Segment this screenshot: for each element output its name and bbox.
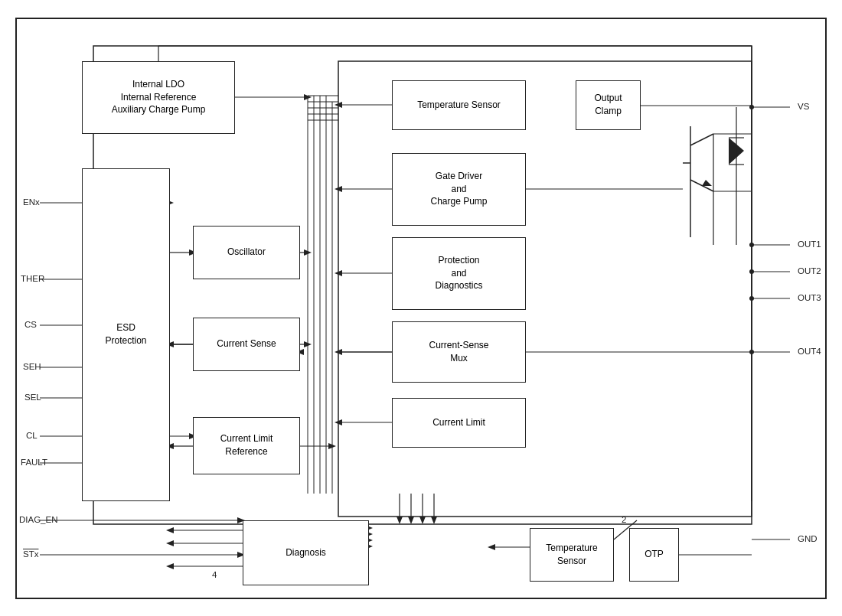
oscillator-block: Oscillator xyxy=(193,226,300,279)
temperature-sensor-top-label: Temperature Sensor xyxy=(417,99,501,112)
pin-cl-label: CL xyxy=(26,431,38,440)
svg-marker-69 xyxy=(488,544,495,550)
gate-driver-label: Gate DriverandCharge Pump xyxy=(430,170,487,208)
esd-protection-label: ESDProtection xyxy=(105,321,146,347)
svg-line-87 xyxy=(690,134,713,145)
pin-fault-label: FAULT xyxy=(21,458,47,467)
temperature-sensor-bottom-block: TemperatureSensor xyxy=(530,528,614,582)
svg-marker-45 xyxy=(328,443,336,449)
temperature-sensor-top-block: Temperature Sensor xyxy=(392,80,526,130)
internal-ldo-block: Internal LDOInternal ReferenceAuxiliary … xyxy=(82,61,235,134)
svg-point-80 xyxy=(749,296,754,301)
svg-marker-13 xyxy=(304,94,312,100)
current-sense-label: Current Sense xyxy=(217,337,276,350)
svg-marker-105 xyxy=(335,270,342,276)
pin-diag-en-label: DIAG_EN xyxy=(19,515,58,524)
diagnosis-label: Diagnosis xyxy=(286,546,326,559)
svg-marker-39 xyxy=(304,341,312,347)
num2-label: 2 xyxy=(622,515,626,524)
pin-enx-label: ENx xyxy=(23,197,40,207)
svg-marker-101 xyxy=(335,102,342,108)
svg-marker-60 xyxy=(397,517,403,524)
otp-label: OTP xyxy=(645,548,664,561)
current-limit-block: Current Limit xyxy=(392,398,526,448)
svg-marker-33 xyxy=(166,563,174,569)
current-sense-block: Current Sense xyxy=(193,318,300,371)
gate-driver-block: Gate DriverandCharge Pump xyxy=(392,153,526,226)
diagram-container: Internal LDOInternal ReferenceAuxiliary … xyxy=(15,18,827,599)
output-clamp-label: OutputClamp xyxy=(594,92,622,118)
oscillator-label: Oscillator xyxy=(227,246,266,259)
svg-point-74 xyxy=(749,105,754,109)
pin-out2-label: OUT2 xyxy=(798,266,821,275)
internal-ldo-label: Internal LDOInternal ReferenceAuxiliary … xyxy=(112,78,206,116)
pin-ther-label: THER xyxy=(21,274,44,283)
esd-protection-block: ESDProtection xyxy=(82,168,170,501)
current-limit-label: Current Limit xyxy=(432,416,485,429)
svg-point-78 xyxy=(749,269,754,274)
svg-point-82 xyxy=(749,350,754,354)
output-clamp-block: OutputClamp xyxy=(576,80,641,130)
svg-marker-63 xyxy=(431,517,437,524)
otp-block: OTP xyxy=(629,528,679,582)
svg-marker-65 xyxy=(166,527,174,533)
pin-stx-label: STx xyxy=(23,549,38,559)
svg-point-76 xyxy=(749,243,754,247)
pin-cs-label: CS xyxy=(24,320,37,329)
protection-diagnostics-label: ProtectionandDiagnostics xyxy=(435,254,482,292)
svg-marker-103 xyxy=(335,186,342,192)
protection-diagnostics-block: ProtectionandDiagnostics xyxy=(392,237,526,310)
diagnosis-block: Diagnosis xyxy=(243,520,369,585)
svg-line-88 xyxy=(690,180,713,191)
svg-marker-67 xyxy=(166,540,174,546)
temperature-sensor-bottom-label: TemperatureSensor xyxy=(546,542,597,568)
svg-marker-95 xyxy=(729,138,744,165)
svg-marker-61 xyxy=(408,517,414,524)
pin-gnd-label: GND xyxy=(798,534,818,543)
svg-marker-62 xyxy=(419,517,426,524)
pin-out3-label: OUT3 xyxy=(798,293,821,302)
svg-marker-35 xyxy=(304,249,312,256)
svg-marker-107 xyxy=(335,349,342,355)
stx-text: STx xyxy=(23,549,38,559)
current-limit-reference-block: Current LimitReference xyxy=(193,417,300,474)
current-sense-mux-block: Current-SenseMux xyxy=(392,321,526,383)
current-limit-reference-label: Current LimitReference xyxy=(220,432,273,458)
svg-marker-91 xyxy=(702,180,712,186)
pin-vs-label: VS xyxy=(798,102,809,111)
pin-out4-label: OUT4 xyxy=(798,347,821,356)
current-sense-mux-label: Current-SenseMux xyxy=(429,339,488,365)
svg-marker-109 xyxy=(335,419,342,425)
pin-sel-label: SEL xyxy=(24,393,41,402)
pin-seh-label: SEH xyxy=(23,362,41,371)
pin-out1-label: OUT1 xyxy=(798,240,821,249)
num4-label: 4 xyxy=(212,570,217,579)
